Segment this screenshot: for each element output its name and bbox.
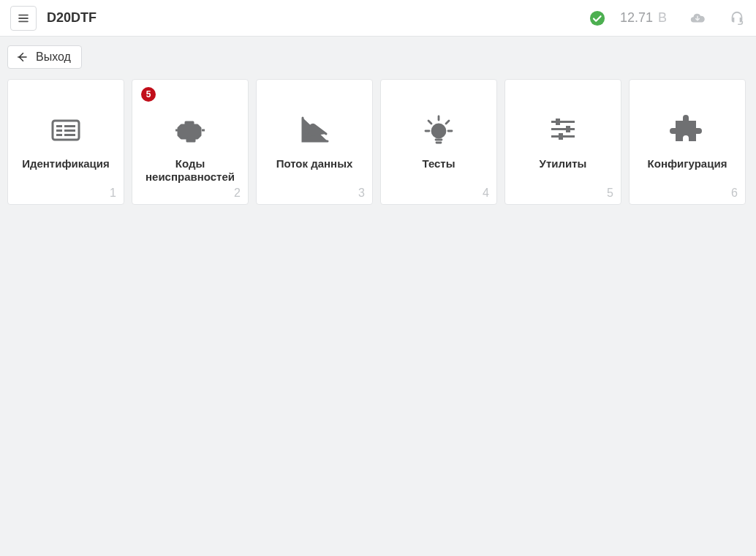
engine-icon (173, 109, 208, 150)
voltage-unit: В (658, 10, 667, 25)
voltage-value: 12.71 (620, 10, 653, 25)
arrow-left-icon (15, 50, 29, 64)
status-ok-icon (589, 10, 605, 26)
identification-icon (48, 109, 83, 150)
card-identification[interactable]: Идентификация 1 (7, 79, 124, 205)
card-label: Коды неисправностей (132, 157, 248, 184)
svg-rect-2 (18, 20, 29, 22)
card-index: 1 (110, 187, 116, 200)
card-tests[interactable]: Тесты 4 (380, 79, 497, 205)
lightbulb-icon (421, 109, 456, 150)
svg-rect-21 (551, 121, 575, 123)
svg-rect-26 (559, 133, 563, 140)
exit-button[interactable]: Выход (7, 45, 82, 69)
card-label: Конфигурация (645, 157, 730, 170)
fault-count-badge: 5 (141, 87, 156, 102)
svg-rect-25 (566, 126, 570, 132)
content-area: Выход Идентификация 1 5 Коды неисправнос… (0, 37, 756, 214)
puzzle-icon (670, 109, 705, 150)
hamburger-icon (17, 12, 30, 25)
svg-rect-24 (556, 119, 560, 125)
card-index: 2 (234, 187, 241, 200)
card-grid: Идентификация 1 5 Коды неисправностей 2 … (7, 79, 749, 205)
headset-icon (729, 10, 745, 26)
card-label: Идентификация (19, 157, 113, 170)
card-fault-codes[interactable]: 5 Коды неисправностей 2 (132, 79, 249, 205)
card-utilities[interactable]: Утилиты 5 (504, 79, 621, 205)
card-configuration[interactable]: Конфигурация 6 (629, 79, 746, 205)
card-index: 6 (731, 187, 738, 200)
svg-point-13 (432, 124, 445, 138)
svg-rect-7 (56, 129, 62, 132)
svg-rect-22 (551, 128, 575, 130)
chart-line-icon (297, 109, 332, 150)
support-button[interactable] (728, 10, 746, 27)
svg-line-18 (446, 121, 449, 124)
svg-rect-10 (64, 134, 75, 136)
svg-point-3 (590, 10, 605, 25)
svg-rect-8 (64, 129, 75, 132)
voltage-display: 12.71 В (620, 10, 667, 26)
sliders-icon (545, 109, 581, 150)
page-title: D20DTF (47, 10, 97, 26)
svg-rect-9 (56, 134, 62, 136)
card-index: 3 (358, 187, 365, 200)
menu-button[interactable] (10, 6, 37, 31)
exit-label: Выход (36, 50, 71, 64)
topbar: D20DTF 12.71 В (0, 0, 756, 37)
card-label: Поток данных (273, 157, 356, 170)
card-label: Утилиты (537, 157, 590, 170)
cloud-button[interactable] (689, 10, 706, 27)
card-label: Тесты (419, 157, 458, 170)
cloud-download-icon (689, 10, 706, 26)
card-index: 5 (607, 187, 613, 200)
svg-rect-6 (64, 125, 75, 127)
card-data-stream[interactable]: Поток данных 3 (256, 79, 373, 205)
svg-rect-5 (56, 125, 62, 127)
svg-line-17 (428, 121, 431, 124)
svg-rect-0 (18, 14, 29, 15)
card-index: 4 (483, 187, 489, 200)
svg-rect-1 (18, 18, 29, 19)
